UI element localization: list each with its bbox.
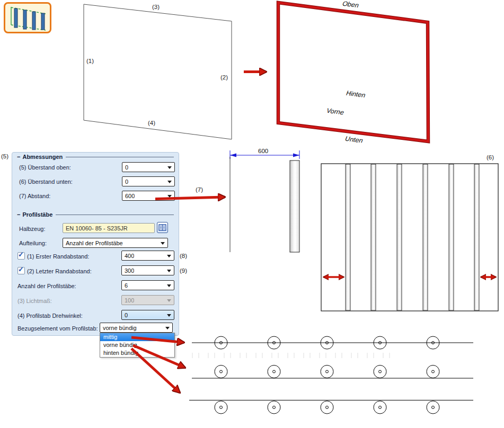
drehwinkel-combo[interactable]: 0 — [121, 310, 174, 320]
lichtmass-combo: 100 — [121, 295, 174, 305]
erster-randabstand-checkbox[interactable]: ✓ — [17, 252, 25, 260]
halbzeug-value: EN 10060- 85 - S235JR — [66, 225, 128, 231]
halbzeug-browse-button[interactable] — [157, 222, 168, 233]
aufteilung-label: Aufteilung: — [19, 240, 47, 246]
aufteilung-value: Anzahl der Profilstäbe — [66, 240, 123, 246]
marker-6-panel: (6) — [487, 154, 494, 160]
erster-randabstand-combo[interactable]: 400 — [121, 251, 174, 261]
marker-8-form: (8) — [180, 253, 187, 259]
contour-label-4: (4) — [148, 120, 155, 126]
ghost-ticks-artifact — [192, 353, 395, 358]
group-rule — [56, 215, 174, 215]
marker-8-panel: (8) — [329, 267, 337, 273]
group-abmessungen-header: − Abmessungen — [17, 154, 174, 160]
checkmark-icon: ✓ — [18, 251, 24, 258]
anzahl-value: 6 — [125, 282, 128, 289]
bezugselement-value: vorne bündig — [103, 325, 137, 331]
letzter-randabstand-label: (2) Letzter Randabstand: — [27, 268, 92, 274]
bezugselement-dropdown-list: mittig vorne bündig hinten bündig — [100, 333, 175, 358]
group-profilstaebe-title: Profilstäbe — [22, 211, 52, 218]
contour-label-3: (3) — [152, 4, 160, 10]
halbzeug-label: Halbzeug: — [19, 226, 46, 232]
marker-9-form: (9) — [180, 268, 187, 274]
contour-quad — [84, 4, 232, 139]
chevron-down-icon[interactable] — [161, 242, 165, 247]
anzahl-combo[interactable]: 6 — [121, 280, 174, 290]
bezugselement-combo[interactable]: vorne bündig — [100, 323, 173, 333]
collapse-minus-icon[interactable]: − — [17, 211, 20, 218]
letzter-randabstand-value: 300 — [125, 268, 134, 274]
chevron-down-icon[interactable] — [167, 284, 171, 289]
lichtmass-label: (3) Lichtmaß: — [17, 298, 52, 304]
dimension-600-text: 600 — [258, 148, 268, 154]
alignment-row-vorne-buendig — [192, 365, 473, 379]
face-label-unten: Unten — [344, 135, 364, 145]
chevron-down-icon — [167, 299, 171, 304]
chevron-down-icon[interactable] — [165, 327, 170, 332]
contour-label-1: (1) — [86, 58, 94, 64]
dropdown-option-vorne-buendig[interactable]: vorne bündig — [100, 341, 174, 349]
abstand-value: 600 — [125, 193, 135, 199]
face-label-hinten: Hinten — [345, 90, 367, 99]
alignment-row-mittig — [192, 336, 473, 349]
abstand-label: (7) Abstand: — [19, 193, 50, 199]
halbzeug-field[interactable]: EN 10060- 85 - S235JR — [63, 223, 155, 233]
anzahl-label: Anzahl der Profilstäbe: — [17, 283, 76, 289]
selected-frame-quad — [278, 3, 428, 141]
contour-label-2: (2) — [220, 74, 228, 81]
ueberstand-oben-value: 0 — [125, 164, 128, 171]
alignment-row-hinten-buendig — [189, 400, 473, 414]
group-abmessungen-title: Abmessungen — [22, 154, 63, 160]
drehwinkel-value: 0 — [125, 312, 128, 318]
marker-9-panel: (9) — [482, 267, 489, 273]
chevron-down-icon[interactable] — [167, 314, 171, 319]
ueberstand-unten-label: (6) Überstand unten: — [19, 179, 73, 185]
group-profilstaebe-header: − Profilstäbe — [17, 211, 174, 218]
dropdown-option-hinten-buendig[interactable]: hinten bündig — [100, 349, 174, 357]
lichtmass-value: 100 — [125, 297, 134, 304]
panel-marker-5: (5) — [1, 153, 8, 159]
bars-panel — [321, 164, 498, 311]
chevron-down-icon[interactable] — [167, 270, 171, 274]
chevron-down-icon[interactable] — [167, 255, 171, 260]
erster-randabstand-value: 400 — [125, 253, 134, 259]
chevron-down-icon[interactable] — [167, 181, 172, 185]
screenshot-root: (5) − Abmessungen (5) Überstand oben: 0 … — [0, 0, 504, 428]
face-label-vorne: Vorne — [325, 107, 346, 116]
letzter-randabstand-checkbox[interactable]: ✓ — [17, 267, 25, 274]
chevron-down-icon[interactable] — [167, 166, 172, 171]
profile-bars-icon-art — [5, 4, 50, 32]
face-label-oben: Oben — [341, 0, 360, 9]
marker-7-diagram: (7) — [196, 186, 203, 193]
group-rule — [66, 157, 174, 157]
letzter-randabstand-combo[interactable]: 300 — [121, 265, 174, 275]
bezugselement-label: Bezugselement vom Profilstab: — [17, 325, 98, 332]
ueberstand-oben-combo[interactable]: 0 — [122, 162, 175, 172]
aufteilung-combo[interactable]: Anzahl der Profilstäbe — [63, 238, 168, 248]
drehwinkel-label: (4) Profilstab Drehwinkel: — [17, 313, 83, 319]
chevron-down-icon[interactable] — [167, 195, 172, 200]
ueberstand-unten-combo[interactable]: 0 — [122, 176, 175, 186]
checkmark-icon: ✓ — [18, 265, 24, 273]
abstand-combo[interactable]: 600 — [122, 191, 175, 201]
dropdown-option-mittig[interactable]: mittig — [100, 333, 174, 341]
ueberstand-unten-value: 0 — [125, 179, 128, 185]
table-catalog-icon — [158, 224, 166, 231]
profile-bars-tool-icon[interactable] — [4, 2, 51, 33]
ueberstand-oben-label: (5) Überstand oben: — [19, 164, 71, 171]
erster-randabstand-label: (1) Erster Randabstand: — [27, 253, 89, 260]
collapse-minus-icon[interactable]: − — [17, 154, 20, 160]
